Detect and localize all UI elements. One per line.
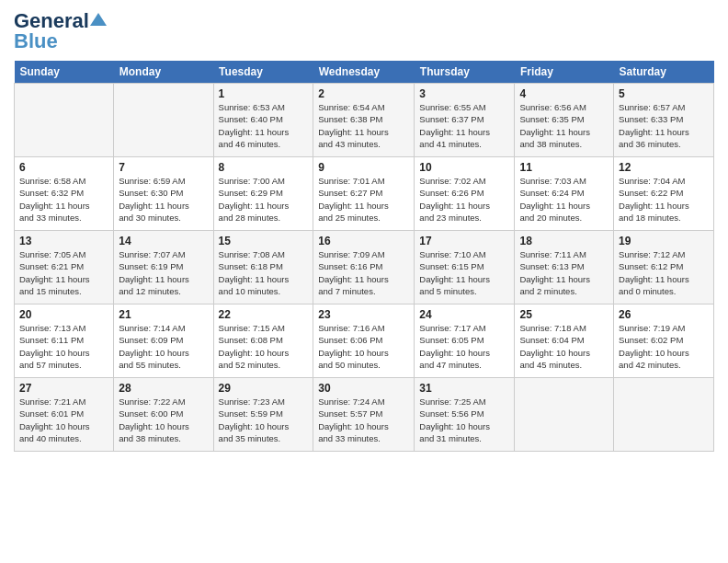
calendar-cell: 26Sunrise: 7:19 AM Sunset: 6:02 PM Dayli… — [614, 304, 714, 378]
day-info: Sunrise: 7:07 AM Sunset: 6:19 PM Dayligh… — [119, 248, 208, 297]
day-number: 23 — [318, 308, 409, 321]
calendar-cell: 15Sunrise: 7:08 AM Sunset: 6:18 PM Dayli… — [213, 231, 313, 304]
day-info: Sunrise: 6:53 AM Sunset: 6:40 PM Dayligh… — [219, 101, 309, 150]
day-number: 6 — [19, 161, 108, 174]
day-number: 18 — [519, 235, 609, 247]
day-number: 12 — [619, 161, 709, 174]
weekday-header-monday: Monday — [114, 61, 213, 84]
calendar-cell: 17Sunrise: 7:10 AM Sunset: 6:15 PM Dayli… — [415, 231, 515, 304]
day-info: Sunrise: 7:05 AM Sunset: 6:21 PM Dayligh… — [19, 248, 108, 297]
day-info: Sunrise: 7:22 AM Sunset: 6:00 PM Dayligh… — [119, 396, 208, 444]
calendar-cell: 22Sunrise: 7:15 AM Sunset: 6:08 PM Dayli… — [213, 304, 313, 378]
day-info: Sunrise: 7:10 AM Sunset: 6:15 PM Dayligh… — [419, 248, 509, 297]
calendar-cell: 14Sunrise: 7:07 AM Sunset: 6:19 PM Dayli… — [114, 231, 213, 304]
day-info: Sunrise: 7:25 AM Sunset: 5:56 PM Dayligh… — [419, 396, 509, 444]
day-info: Sunrise: 7:19 AM Sunset: 6:02 PM Dayligh… — [619, 322, 709, 371]
day-info: Sunrise: 7:24 AM Sunset: 5:57 PM Dayligh… — [318, 396, 409, 444]
calendar-cell: 7Sunrise: 6:59 AM Sunset: 6:30 PM Daylig… — [114, 157, 213, 231]
day-number: 7 — [119, 161, 208, 174]
day-number: 19 — [619, 235, 709, 247]
day-number: 29 — [219, 382, 309, 395]
day-number: 10 — [419, 161, 509, 174]
calendar-cell: 20Sunrise: 7:13 AM Sunset: 6:11 PM Dayli… — [15, 304, 114, 378]
day-number: 24 — [419, 308, 509, 321]
day-number: 25 — [519, 308, 609, 321]
day-number: 14 — [119, 235, 208, 247]
day-number: 31 — [419, 382, 509, 395]
calendar-cell: 4Sunrise: 6:56 AM Sunset: 6:35 PM Daylig… — [515, 84, 614, 157]
day-info: Sunrise: 7:15 AM Sunset: 6:08 PM Dayligh… — [219, 322, 309, 371]
calendar-cell: 25Sunrise: 7:18 AM Sunset: 6:04 PM Dayli… — [515, 304, 614, 378]
day-info: Sunrise: 7:21 AM Sunset: 6:01 PM Dayligh… — [19, 396, 108, 444]
weekday-header-sunday: Sunday — [15, 61, 114, 84]
day-number: 2 — [318, 87, 409, 100]
calendar-cell: 3Sunrise: 6:55 AM Sunset: 6:37 PM Daylig… — [415, 84, 515, 157]
day-info: Sunrise: 7:14 AM Sunset: 6:09 PM Dayligh… — [119, 322, 208, 371]
day-number: 5 — [619, 87, 709, 100]
calendar-cell: 29Sunrise: 7:23 AM Sunset: 5:59 PM Dayli… — [213, 378, 313, 452]
day-info: Sunrise: 6:55 AM Sunset: 6:37 PM Dayligh… — [419, 101, 509, 150]
calendar-cell: 1Sunrise: 6:53 AM Sunset: 6:40 PM Daylig… — [213, 84, 313, 157]
weekday-header-saturday: Saturday — [614, 61, 714, 84]
weekday-header-thursday: Thursday — [415, 61, 515, 84]
calendar-cell — [114, 84, 213, 157]
calendar-cell: 23Sunrise: 7:16 AM Sunset: 6:06 PM Dayli… — [313, 304, 415, 378]
day-info: Sunrise: 7:18 AM Sunset: 6:04 PM Dayligh… — [519, 322, 609, 371]
day-number: 27 — [19, 382, 108, 395]
day-info: Sunrise: 7:08 AM Sunset: 6:18 PM Dayligh… — [219, 248, 309, 297]
calendar-cell: 31Sunrise: 7:25 AM Sunset: 5:56 PM Dayli… — [415, 378, 515, 452]
day-number: 22 — [219, 308, 309, 321]
day-info: Sunrise: 7:03 AM Sunset: 6:24 PM Dayligh… — [519, 175, 609, 224]
day-number: 4 — [519, 87, 609, 100]
day-info: Sunrise: 6:56 AM Sunset: 6:35 PM Dayligh… — [519, 101, 609, 150]
day-info: Sunrise: 6:54 AM Sunset: 6:38 PM Dayligh… — [318, 101, 409, 150]
calendar-cell: 2Sunrise: 6:54 AM Sunset: 6:38 PM Daylig… — [313, 84, 415, 157]
day-number: 8 — [219, 161, 309, 174]
day-number: 13 — [19, 235, 108, 247]
day-number: 26 — [619, 308, 709, 321]
weekday-header-tuesday: Tuesday — [213, 61, 313, 84]
logo-icon — [90, 11, 107, 28]
day-info: Sunrise: 6:58 AM Sunset: 6:32 PM Dayligh… — [19, 175, 108, 224]
calendar-table: SundayMondayTuesdayWednesdayThursdayFrid… — [14, 61, 714, 452]
calendar-cell: 13Sunrise: 7:05 AM Sunset: 6:21 PM Dayli… — [15, 231, 114, 304]
day-number: 15 — [219, 235, 309, 247]
day-info: Sunrise: 6:59 AM Sunset: 6:30 PM Dayligh… — [119, 175, 208, 224]
day-number: 16 — [318, 235, 409, 247]
day-number: 9 — [318, 161, 409, 174]
calendar-cell — [515, 378, 614, 452]
day-info: Sunrise: 7:02 AM Sunset: 6:26 PM Dayligh… — [419, 175, 509, 224]
calendar-cell: 11Sunrise: 7:03 AM Sunset: 6:24 PM Dayli… — [515, 157, 614, 231]
day-number: 3 — [419, 87, 509, 100]
calendar-cell: 30Sunrise: 7:24 AM Sunset: 5:57 PM Dayli… — [313, 378, 415, 452]
day-number: 11 — [519, 161, 609, 174]
day-number: 30 — [318, 382, 409, 395]
day-number: 28 — [119, 382, 208, 395]
calendar-cell: 24Sunrise: 7:17 AM Sunset: 6:05 PM Dayli… — [415, 304, 515, 378]
day-info: Sunrise: 7:11 AM Sunset: 6:13 PM Dayligh… — [519, 248, 609, 297]
day-info: Sunrise: 7:01 AM Sunset: 6:27 PM Dayligh… — [318, 175, 409, 224]
day-number: 17 — [419, 235, 509, 247]
day-info: Sunrise: 7:16 AM Sunset: 6:06 PM Dayligh… — [318, 322, 409, 371]
weekday-header-wednesday: Wednesday — [313, 61, 415, 84]
calendar-cell: 28Sunrise: 7:22 AM Sunset: 6:00 PM Dayli… — [114, 378, 213, 452]
day-info: Sunrise: 7:17 AM Sunset: 6:05 PM Dayligh… — [419, 322, 509, 371]
day-info: Sunrise: 7:09 AM Sunset: 6:16 PM Dayligh… — [318, 248, 409, 297]
calendar-cell — [614, 378, 714, 452]
day-number: 1 — [219, 87, 309, 100]
day-info: Sunrise: 7:23 AM Sunset: 5:59 PM Dayligh… — [219, 396, 309, 444]
calendar-cell — [15, 84, 114, 157]
calendar-cell: 18Sunrise: 7:11 AM Sunset: 6:13 PM Dayli… — [515, 231, 614, 304]
logo: General Blue — [14, 9, 107, 53]
calendar-cell: 10Sunrise: 7:02 AM Sunset: 6:26 PM Dayli… — [415, 157, 515, 231]
day-number: 21 — [119, 308, 208, 321]
day-number: 20 — [19, 308, 108, 321]
logo-blue-text: Blue — [14, 29, 58, 53]
header: General Blue — [14, 9, 714, 53]
day-info: Sunrise: 7:00 AM Sunset: 6:29 PM Dayligh… — [219, 175, 309, 224]
calendar-cell: 8Sunrise: 7:00 AM Sunset: 6:29 PM Daylig… — [213, 157, 313, 231]
calendar-cell: 19Sunrise: 7:12 AM Sunset: 6:12 PM Dayli… — [614, 231, 714, 304]
calendar-cell: 6Sunrise: 6:58 AM Sunset: 6:32 PM Daylig… — [15, 157, 114, 231]
calendar-cell: 9Sunrise: 7:01 AM Sunset: 6:27 PM Daylig… — [313, 157, 415, 231]
calendar-cell: 21Sunrise: 7:14 AM Sunset: 6:09 PM Dayli… — [114, 304, 213, 378]
